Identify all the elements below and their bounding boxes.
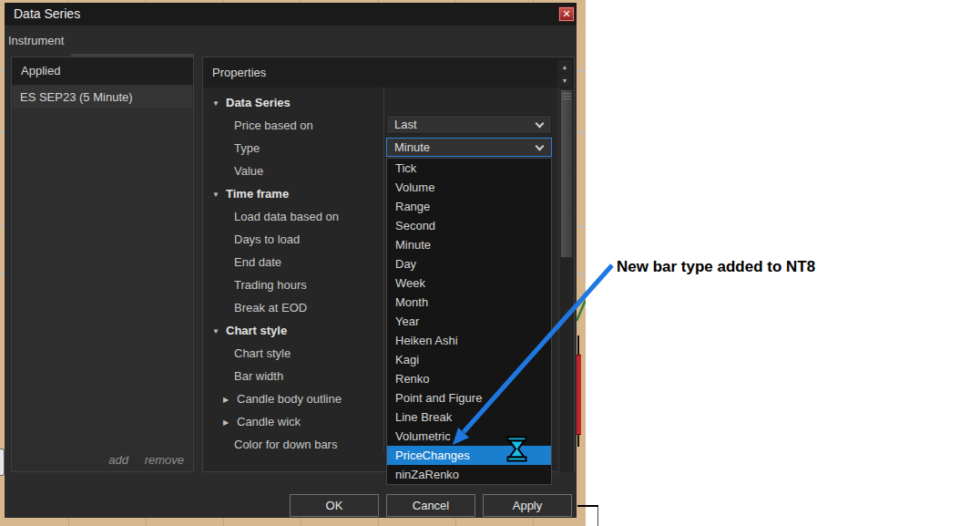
property-row[interactable]: ▶Candle body outline xyxy=(204,387,383,410)
dropdown-option[interactable]: Week xyxy=(387,273,551,293)
price-based-on-value: Last xyxy=(394,118,417,131)
property-label: Price based on xyxy=(234,119,313,132)
property-label: Candle wick xyxy=(237,415,301,428)
scrollbar-grip-icon xyxy=(563,93,571,100)
scrollbar-thumb[interactable] xyxy=(560,89,573,258)
add-series-link[interactable]: add xyxy=(108,453,128,467)
chevron-down-icon xyxy=(536,142,545,151)
dropdown-option[interactable]: Year xyxy=(387,312,551,331)
applied-panel-footer: add remove xyxy=(96,453,184,467)
property-label: End date xyxy=(234,255,281,269)
applied-panel: Applied ES SEP23 (5 Minute) add remove xyxy=(11,57,194,472)
property-row: End date xyxy=(204,251,383,273)
property-label: Color for down bars xyxy=(234,438,337,451)
property-row: Price based on xyxy=(204,114,383,137)
dropdown-option[interactable]: Line Break xyxy=(387,407,551,427)
property-label: Data Series xyxy=(226,96,291,109)
chart-line-fragment xyxy=(577,505,598,507)
property-row[interactable]: ▼Data Series xyxy=(204,91,383,114)
applied-panel-header: Applied xyxy=(12,57,193,85)
property-label: Bar width xyxy=(234,369,283,383)
data-series-dialog: Data Series ✕ Instrument Select Applied … xyxy=(5,3,577,518)
dropdown-option[interactable]: Volumetric xyxy=(387,427,551,446)
property-row[interactable]: ▶Candle wick xyxy=(204,410,383,433)
property-label: Time frame xyxy=(226,187,289,201)
property-label: Load data based on xyxy=(234,210,339,223)
property-row: Bar width xyxy=(204,365,383,387)
property-row[interactable]: ▼Time frame xyxy=(204,182,383,205)
remove-series-link[interactable]: remove xyxy=(145,453,184,467)
property-label: Days to load xyxy=(234,232,300,246)
triangle-right-icon[interactable]: ▶ xyxy=(223,411,232,434)
close-icon[interactable]: ✕ xyxy=(558,6,575,22)
chevron-down-icon xyxy=(536,119,545,129)
dropdown-option[interactable]: Minute xyxy=(387,235,551,254)
type-dropdown-list: TickVolumeRangeSecondMinuteDayWeekMonthY… xyxy=(386,158,552,485)
properties-panel-header: Properties xyxy=(203,57,574,88)
triangle-down-icon[interactable]: ▼ xyxy=(212,320,221,343)
type-combobox[interactable]: Minute xyxy=(386,138,552,157)
dropdown-option[interactable]: Month xyxy=(387,293,551,312)
dropdown-option[interactable]: Day xyxy=(387,254,551,273)
chart-line-fragment xyxy=(597,507,598,526)
property-row: Break at EOD xyxy=(204,296,383,319)
dropdown-option[interactable]: Tick xyxy=(387,159,551,178)
dropdown-option[interactable]: Heiken Ashi xyxy=(387,331,551,350)
property-label: Chart style xyxy=(234,346,291,360)
price-based-on-combobox[interactable]: Last xyxy=(386,115,552,134)
scroll-down-icon[interactable]: ▼ xyxy=(557,74,572,87)
apply-button[interactable]: Apply xyxy=(483,494,572,517)
property-label: Chart style xyxy=(226,324,287,337)
column-splitter[interactable] xyxy=(383,88,384,452)
dropdown-option[interactable]: ninZaRenko xyxy=(387,465,551,484)
property-row: Type xyxy=(204,137,383,160)
property-row: Load data based on xyxy=(204,205,383,228)
screenshot-canvas: Data Series ✕ Instrument Select Applied … xyxy=(0,0,980,526)
scroll-up-icon[interactable]: ▲ xyxy=(557,60,572,73)
dropdown-option[interactable]: Point and Figure xyxy=(387,388,551,407)
property-label: Break at EOD xyxy=(234,301,307,315)
dropdown-option[interactable]: PriceChanges xyxy=(387,446,551,465)
property-label: Trading hours xyxy=(234,278,307,292)
property-row: Trading hours xyxy=(204,273,383,296)
property-row: Chart style xyxy=(204,342,383,365)
property-rows: ▼Data SeriesPrice based onTypeValue▼Time… xyxy=(204,91,383,452)
dialog-titlebar[interactable]: Data Series ✕ xyxy=(5,3,577,26)
dialog-title: Data Series xyxy=(14,6,80,21)
triangle-down-icon[interactable]: ▼ xyxy=(212,183,221,206)
property-row: Color for down bars xyxy=(204,433,383,452)
dropdown-option[interactable]: Renko xyxy=(387,369,551,388)
property-row[interactable]: ▼Chart style xyxy=(204,319,383,342)
type-combobox-value: Minute xyxy=(394,140,430,154)
annotation-text: New bar type added to NT8 xyxy=(617,258,815,276)
applied-series-item[interactable]: ES SEP23 (5 Minute) xyxy=(13,86,192,108)
triangle-right-icon[interactable]: ▶ xyxy=(223,388,232,411)
property-label: Candle body outline xyxy=(237,392,342,406)
property-label: Value xyxy=(234,164,263,178)
dropdown-option[interactable]: Volume xyxy=(387,178,551,197)
cancel-button[interactable]: Cancel xyxy=(386,494,475,517)
properties-scrollbar[interactable] xyxy=(558,88,574,472)
dropdown-option[interactable]: Second xyxy=(387,216,551,235)
property-row: Days to load xyxy=(204,228,383,251)
instrument-label: Instrument xyxy=(8,34,64,47)
triangle-down-icon[interactable]: ▼ xyxy=(212,92,221,115)
instrument-row: Instrument Select xyxy=(5,26,577,57)
property-label: Type xyxy=(234,141,260,155)
property-row: Value xyxy=(204,160,383,182)
ok-button[interactable]: OK xyxy=(290,494,379,517)
dropdown-option[interactable]: Kagi xyxy=(387,350,551,369)
dropdown-option[interactable]: Range xyxy=(387,197,551,216)
